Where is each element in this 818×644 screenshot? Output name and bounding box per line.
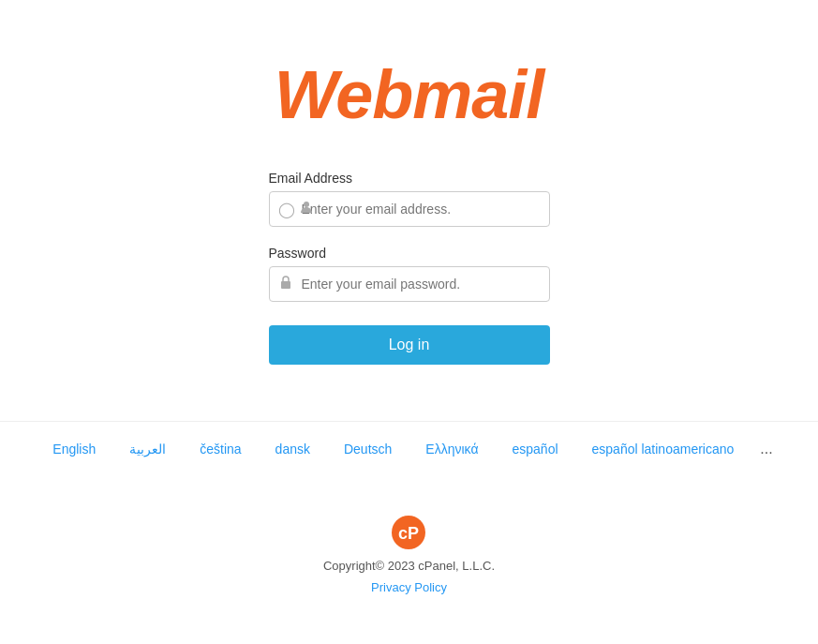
logo-container: Webmail — [275, 56, 544, 133]
password-field-group: Password — [269, 246, 550, 302]
email-field-group: Email Address ◯ — [269, 171, 550, 227]
language-bar: English العربية čeština dansk Deutsch Ελ… — [0, 421, 818, 476]
login-form: Email Address ◯ Password — [269, 171, 550, 365]
language-czech[interactable]: čeština — [183, 437, 258, 461]
footer-privacy-link[interactable]: Privacy Policy — [371, 580, 447, 594]
language-more[interactable]: ... — [751, 436, 781, 462]
language-spanish-latin[interactable]: español latinoamericano — [575, 437, 751, 461]
footer: cP Copyright© 2023 cPanel, L.L.C. Privac… — [323, 514, 495, 622]
email-label: Email Address — [269, 171, 550, 186]
language-greek[interactable]: Ελληνικά — [409, 437, 495, 461]
password-label: Password — [269, 246, 550, 261]
language-german[interactable]: Deutsch — [327, 437, 409, 461]
svg-text:cP: cP — [398, 524, 419, 543]
email-input-wrapper: ◯ — [269, 191, 550, 227]
webmail-logo: Webmail — [275, 56, 544, 133]
language-english[interactable]: English — [36, 437, 112, 461]
language-danish[interactable]: dansk — [259, 437, 327, 461]
language-arabic[interactable]: العربية — [112, 437, 183, 461]
email-input[interactable] — [269, 191, 550, 227]
language-spanish[interactable]: español — [496, 437, 575, 461]
main-content: Webmail Email Address ◯ Password — [0, 0, 818, 644]
password-input-wrapper — [269, 266, 550, 302]
login-button[interactable]: Log in — [269, 325, 550, 365]
password-input[interactable] — [269, 266, 550, 302]
footer-copyright: Copyright© 2023 cPanel, L.L.C. — [323, 559, 495, 573]
cpanel-logo-icon: cP — [390, 514, 427, 551]
